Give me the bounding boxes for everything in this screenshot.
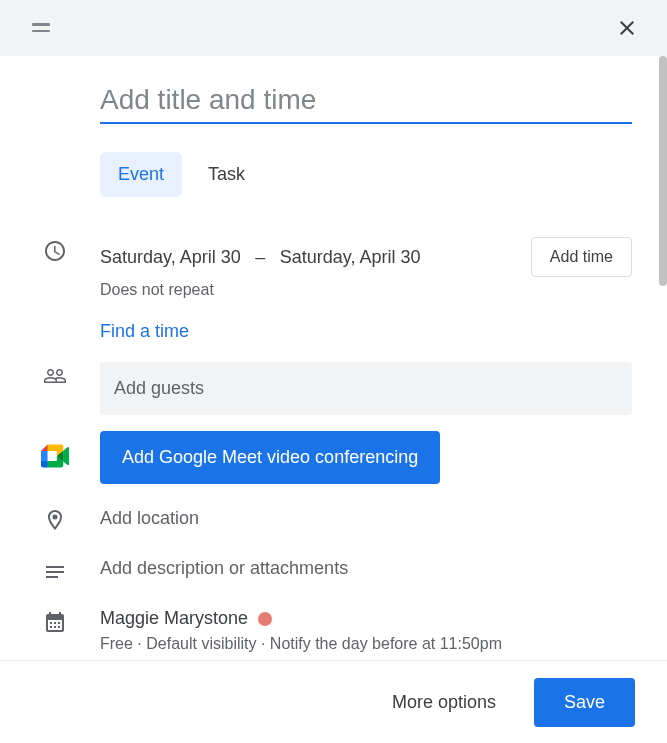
date-end[interactable]: Saturday, April 30 [280, 247, 421, 267]
close-button[interactable] [607, 8, 647, 48]
more-options-button[interactable]: More options [378, 682, 510, 723]
description-icon [43, 560, 67, 584]
save-button[interactable]: Save [534, 678, 635, 727]
guests-input[interactable] [100, 362, 632, 415]
location-row[interactable]: Add location [0, 506, 667, 532]
calendar-icon [43, 610, 67, 634]
dialog-header [0, 0, 667, 56]
date-separator: – [245, 247, 275, 267]
clock-icon [43, 239, 67, 263]
date-start[interactable]: Saturday, April 30 [100, 247, 241, 267]
date-row: Saturday, April 30 – Saturday, April 30 … [0, 237, 667, 342]
drag-handle-icon[interactable] [20, 23, 50, 32]
google-meet-icon [41, 444, 69, 468]
description-label: Add description or attachments [100, 556, 632, 581]
tabs: Event Task [0, 152, 667, 197]
location-icon [43, 508, 67, 532]
dialog-content: Event Task Saturday, April 30 – Saturday… [0, 56, 667, 660]
calendar-details: Free · Default visibility · Notify the d… [100, 635, 632, 653]
close-icon [615, 16, 639, 40]
find-time-link[interactable]: Find a time [100, 321, 632, 342]
scrollbar[interactable] [659, 56, 667, 286]
people-icon [43, 364, 67, 388]
tab-task[interactable]: Task [190, 152, 263, 197]
guests-row [0, 362, 667, 415]
footer: More options Save [0, 660, 667, 743]
add-meet-button[interactable]: Add Google Meet video conferencing [100, 431, 440, 484]
tab-event[interactable]: Event [100, 152, 182, 197]
repeat-text[interactable]: Does not repeat [100, 281, 632, 299]
description-row[interactable]: Add description or attachments [0, 556, 667, 584]
meet-row: Add Google Meet video conferencing [0, 431, 667, 484]
title-input[interactable] [100, 80, 632, 124]
svg-point-0 [53, 515, 58, 520]
calendar-color-dot [258, 612, 272, 626]
add-time-button[interactable]: Add time [531, 237, 632, 277]
location-label: Add location [100, 506, 632, 531]
calendar-name: Maggie Marystone [100, 608, 248, 629]
calendar-row[interactable]: Maggie Marystone Free · Default visibili… [0, 608, 667, 653]
